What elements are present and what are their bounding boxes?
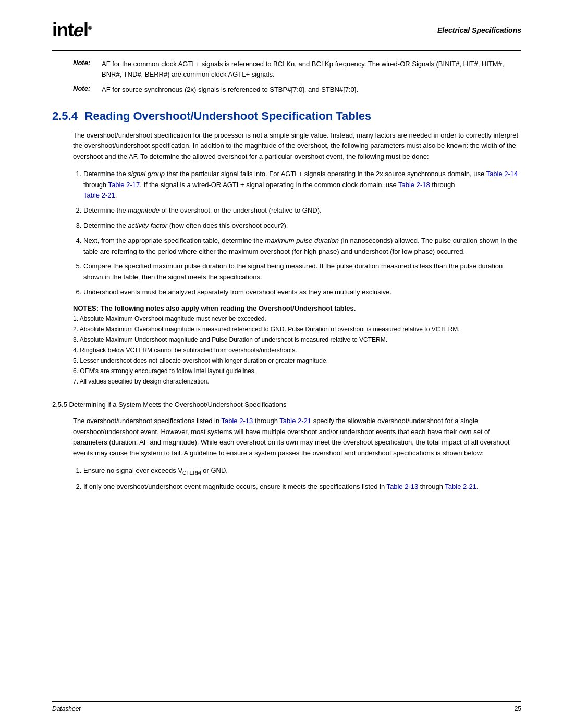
step-254-3: Determine the activity factor (how often…: [83, 220, 521, 231]
notes-header: NOTES: The following notes also apply wh…: [73, 304, 521, 312]
note-item-6: 6. OEM's are strongly encouraged to foll…: [73, 366, 521, 376]
italic-magnitude: magnitude: [128, 206, 160, 214]
notes-list: 1. Absolute Maximum Overshoot magnitude …: [73, 314, 521, 386]
intel-logo: intel®: [52, 21, 91, 40]
note-1-label: Note:: [73, 59, 102, 79]
page: intel® Electrical Specifications Note: A…: [0, 0, 563, 728]
header-divider: [52, 50, 521, 51]
step-254-5: Compare the specified maximum pulse dura…: [83, 261, 521, 283]
italic-max-pulse: maximum pulse duration: [265, 237, 339, 244]
link-table-2-18[interactable]: Table 2-18: [398, 181, 430, 189]
step-255-2: If only one overshoot/undershoot event m…: [83, 482, 521, 492]
note-2-text: AF for source synchronous (2x) signals i…: [102, 84, 521, 95]
note-item-2: 2. Absolute Maximum Overshoot magnitude …: [73, 325, 521, 334]
section-255-number: 2.5.5: [52, 401, 67, 409]
section-254-steps: Determine the signal group that the part…: [83, 169, 521, 298]
header-title: Electrical Specifications: [437, 21, 521, 34]
section-254-number: 2.5.4: [52, 109, 78, 122]
section-255-heading: 2.5.5 Determining if a System Meets the …: [52, 401, 521, 409]
section-254-title: Reading Overshoot/Undershoot Specificati…: [85, 109, 372, 122]
step-254-6: Undershoot events must be analyzed separ…: [83, 287, 521, 298]
footer-page-number: 25: [515, 705, 521, 712]
section-254-intro: The overshoot/undershoot specification f…: [73, 130, 521, 163]
link-table-2-14[interactable]: Table 2-14: [486, 170, 518, 178]
step-255-1: Ensure no signal ever exceeds VCTERM or …: [83, 465, 521, 477]
note-item-4: 4. Ringback below VCTERM cannot be subtr…: [73, 346, 521, 355]
italic-activity-factor: activity factor: [128, 221, 167, 229]
note-1-text: AF for the common clock AGTL+ signals is…: [102, 59, 521, 79]
note-item-1: 1. Absolute Maximum Overshoot magnitude …: [73, 314, 521, 324]
note-item-7: 7. All values specified by design charac…: [73, 377, 521, 386]
link-table-2-17[interactable]: Table 2-17: [108, 181, 140, 189]
note-2: Note: AF for source synchronous (2x) sig…: [73, 84, 521, 95]
note-item-3: 3. Absolute Maximum Undershoot magnitude…: [73, 335, 521, 344]
notes-block: NOTES: The following notes also apply wh…: [73, 304, 521, 386]
note-2-label: Note:: [73, 84, 102, 95]
footer-datasheet: Datasheet: [52, 705, 81, 712]
vcterm-subscript: CTERM: [182, 470, 201, 476]
italic-signal-group: signal group: [128, 170, 165, 178]
note-item-5: 5. Lesser undershoot does not allocate o…: [73, 356, 521, 365]
link-255-table-2-13[interactable]: Table 2-13: [221, 417, 253, 425]
link-table-2-21-step1[interactable]: Table 2-21: [83, 191, 115, 199]
link-255-table-2-21[interactable]: Table 2-21: [279, 417, 311, 425]
note-1: Note: AF for the common clock AGTL+ sign…: [73, 59, 521, 79]
section-254-heading: 2.5.4 Reading Overshoot/Undershoot Speci…: [52, 109, 521, 123]
page-header: intel® Electrical Specifications: [52, 21, 521, 40]
link-255-table-2-21-step2[interactable]: Table 2-21: [445, 483, 476, 490]
link-255-table-2-13-step2[interactable]: Table 2-13: [386, 483, 418, 490]
step-254-4: Next, from the appropriate specification…: [83, 236, 521, 257]
page-footer: Datasheet 25: [52, 701, 521, 712]
step-254-1: Determine the signal group that the part…: [83, 169, 521, 201]
step-254-2: Determine the magnitude of the overshoot…: [83, 205, 521, 216]
section-255-title: Determining if a System Meets the Oversh…: [69, 401, 287, 409]
section-255-intro: The overshoot/undershoot specifications …: [73, 416, 521, 459]
section-255-steps: Ensure no signal ever exceeds VCTERM or …: [83, 465, 521, 492]
